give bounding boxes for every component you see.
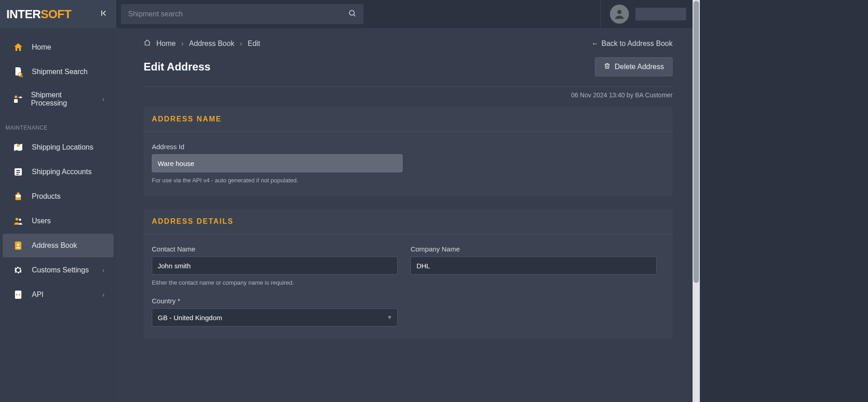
topbar-user-area[interactable] [600,0,695,28]
field-contact-name: Contact Name Either the contact name or … [152,245,398,286]
sidebar-item-label: Shipment Search [32,68,88,76]
address-id-hint: For use via the API v4 - auto generated … [152,177,403,184]
primary-nav: Home Shipment Search Shipment Processing… [0,28,116,307]
sidebar-item-shipping-locations[interactable]: Shipping Locations [3,136,114,159]
svg-point-6 [15,218,18,221]
sidebar-item-customs-settings[interactable]: Customs Settings › [3,258,114,282]
chevron-right-icon: › [102,95,105,103]
list-icon [12,166,25,177]
back-link-label: Back to Address Book [601,40,673,48]
topbar [116,0,700,28]
logo-area: INTERSOFT [0,0,116,28]
chevron-right-icon: › [102,291,105,298]
home-icon [12,42,25,53]
last-modified-meta: 06 Nov 2024 13:40 by BA Customer [144,91,673,99]
main-column: Home › Address Book › Edit ← Back to Add… [116,0,700,402]
sidebar: INTERSOFT Home Shipment Search [0,0,116,402]
gear-icon [12,265,25,276]
chevron-right-icon: › [240,40,242,48]
contact-name-label: Contact Name [152,245,398,253]
sidebar-item-label: Customs Settings [32,266,89,274]
country-select[interactable] [152,308,398,327]
contact-name-hint: Either the contact name or company name … [152,279,398,286]
code-file-icon [12,289,25,300]
brand-part1: INTER [6,7,41,21]
field-address-id: Address Id For use via the API v4 - auto… [152,143,403,184]
svg-point-11 [349,10,354,15]
collapse-icon [99,9,108,18]
user-name-placeholder [635,8,686,20]
page-title: Edit Address [144,60,210,73]
panel-header-address-name: ADDRESS NAME [144,107,673,132]
svg-rect-2 [14,99,18,103]
page-scrollbar[interactable] [693,0,700,402]
breadcrumb-edit: Edit [248,40,260,48]
breadcrumb: Home › Address Book › Edit [144,39,260,48]
sidebar-item-shipping-accounts[interactable]: Shipping Accounts [3,160,114,184]
company-name-input[interactable] [410,256,656,275]
search-icon [348,9,356,19]
panel-address-name: ADDRESS NAME Address Id For use via the … [144,107,673,196]
svg-point-12 [617,10,621,14]
sidebar-collapse-button[interactable] [97,7,110,22]
users-icon [12,216,25,226]
back-to-address-book-link[interactable]: ← Back to Address Book [591,40,673,48]
avatar[interactable] [610,5,629,24]
address-id-label: Address Id [152,143,403,151]
breadcrumb-address-book[interactable]: Address Book [189,40,234,48]
svg-rect-5 [15,197,21,200]
address-id-input[interactable] [152,154,403,172]
brand-logo: INTERSOFT [6,7,71,21]
field-country: Country * ▼ [152,297,398,327]
sidebar-item-label: API [32,291,44,299]
svg-point-9 [17,244,20,246]
sidebar-item-label: Shipment Processing [31,91,95,107]
sidebar-item-label: Home [32,43,51,51]
sidebar-item-label: Shipping Accounts [32,168,92,176]
country-label: Country * [152,297,398,305]
sidebar-item-label: Shipping Locations [32,143,93,151]
sidebar-item-products[interactable]: Products [3,185,114,208]
sidebar-item-users[interactable]: Users [3,209,114,233]
map-pin-icon [12,142,25,153]
trash-icon [604,62,611,71]
breadcrumb-home[interactable]: Home [156,40,176,48]
field-company-name: Company Name [410,245,656,286]
sidebar-item-label: Products [32,192,60,201]
svg-point-1 [15,95,17,98]
sidebar-item-home[interactable]: Home [3,35,114,59]
company-name-label: Company Name [410,245,656,253]
sidebar-item-shipment-search[interactable]: Shipment Search [3,60,114,84]
chevron-right-icon: › [102,266,105,274]
document-search-icon [12,66,25,77]
delete-address-button[interactable]: Delete Address [595,57,673,76]
processing-icon [12,94,24,105]
content-area: Home › Address Book › Edit ← Back to Add… [116,28,700,402]
svg-point-7 [19,219,21,221]
shipment-search-box[interactable] [121,4,364,24]
sidebar-section-maintenance: MAINTENANCE [0,115,116,135]
chevron-right-icon: › [181,40,184,48]
contact-name-input[interactable] [152,256,398,275]
panel-address-details: ADDRESS DETAILS Contact Name Either the … [144,209,673,339]
brand-part2: SOFT [41,7,71,21]
delete-button-label: Delete Address [614,63,664,71]
svg-point-3 [17,144,20,147]
panel-header-address-details: ADDRESS DETAILS [144,209,673,234]
sidebar-item-shipment-processing[interactable]: Shipment Processing › [3,85,114,114]
arrow-left-icon: ← [591,40,599,48]
address-book-icon [12,240,25,251]
shipment-search-input[interactable] [128,10,348,18]
home-icon [144,39,151,48]
scrollbar-thumb[interactable] [693,1,699,283]
sidebar-item-address-book[interactable]: Address Book [3,234,114,257]
sidebar-item-api[interactable]: API › [3,283,114,307]
sidebar-item-label: Address Book [32,241,77,250]
sidebar-item-label: Users [32,217,51,225]
bag-icon [12,191,25,202]
